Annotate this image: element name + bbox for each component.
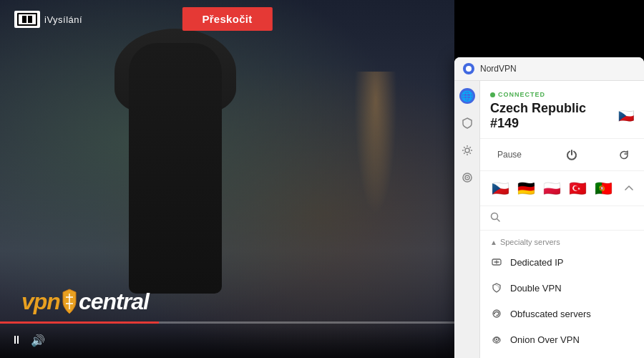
server-name-text: Czech Republic #149 (490, 101, 614, 131)
panel-titlebar: NordVPN (454, 57, 644, 81)
volume-button[interactable]: 🔊 (31, 334, 45, 347)
search-icon (490, 212, 500, 224)
double-vpn-item[interactable]: Double VPN (480, 275, 644, 301)
panel-body: 🌐 (454, 81, 644, 358)
flags-collapse-button[interactable] (624, 183, 634, 194)
server-flag: 🇨🇿 (618, 108, 634, 124)
svg-point-9 (492, 213, 498, 220)
sidebar-icon-shield[interactable] (459, 115, 475, 131)
onion-over-vpn-label: Onion Over VPN (510, 334, 580, 345)
ct-logo-icon (14, 11, 40, 28)
dedicated-ip-icon (490, 256, 503, 268)
flag-cz[interactable]: 🇨🇿 (490, 178, 510, 198)
svg-point-15 (496, 339, 497, 340)
panel-title: NordVPN (480, 64, 517, 74)
sidebar-icon-settings[interactable] (459, 142, 475, 158)
search-row[interactable] (480, 206, 644, 231)
connected-status: CONNECTED (498, 91, 545, 98)
flag-tr[interactable]: 🇹🇷 (567, 178, 587, 198)
sidebar: 🌐 (454, 81, 480, 358)
specialty-section-title: Specialty servers (500, 238, 560, 246)
obfuscated-servers-label: Obfuscated servers (510, 309, 591, 319)
video-controls: ⏸ 🔊 (0, 322, 454, 358)
recent-flags: 🇨🇿 🇩🇪 🇵🇱 🇹🇷 🇵🇹 (480, 171, 644, 206)
flag-de[interactable]: 🇩🇪 (516, 178, 536, 198)
central-text: central (79, 289, 149, 315)
dedicated-ip-label: Dedicated IP (510, 257, 563, 268)
nordvpn-logo-icon (463, 63, 474, 74)
nordvpn-panel: NordVPN 🌐 (454, 57, 644, 358)
refresh-button[interactable] (614, 145, 634, 165)
ct-logo-inner (17, 13, 37, 26)
skip-button[interactable]: Přeskočit (182, 7, 272, 31)
video-silhouette (107, 43, 250, 315)
section-chevron-icon: ▲ (490, 238, 497, 246)
onion-over-vpn-item[interactable]: Onion Over VPN (480, 326, 644, 352)
double-vpn-label: Double VPN (510, 283, 562, 294)
obfuscated-servers-item[interactable]: Obfuscated servers (480, 301, 644, 326)
svg-point-8 (467, 177, 468, 178)
dedicated-ip-item[interactable]: Dedicated IP (480, 249, 644, 275)
connected-section: CONNECTED Czech Republic #149 🇨🇿 (480, 81, 644, 138)
ivysilani-logo: iVysílání (14, 11, 82, 28)
svg-rect-1 (28, 16, 32, 23)
server-name: Czech Republic #149 🇨🇿 (490, 101, 634, 131)
sidebar-icon-target[interactable] (459, 170, 475, 185)
double-vpn-icon (490, 281, 503, 294)
vpn-shield-icon (62, 288, 77, 315)
vpn-text: vpn (21, 289, 60, 315)
connected-dot (490, 92, 495, 97)
svg-rect-0 (22, 16, 26, 23)
video-player: iVysílání Přeskočit vpn central ⏸ 🔊 (0, 0, 454, 358)
obfuscated-servers-icon (490, 307, 503, 320)
sidebar-icon-globe[interactable]: 🌐 (459, 88, 475, 104)
search-input[interactable] (504, 213, 634, 223)
ivysilani-text: iVysílání (44, 14, 82, 25)
vpncentral-watermark: vpn central (21, 288, 149, 315)
play-pause-button[interactable]: ⏸ (11, 334, 22, 347)
pause-button[interactable]: Pause (490, 147, 529, 163)
flag-pl[interactable]: 🇵🇱 (542, 178, 562, 198)
onion-over-vpn-icon (490, 333, 503, 346)
panel-content: CONNECTED Czech Republic #149 🇨🇿 Pause (480, 81, 644, 358)
p2p-item[interactable]: P2P (480, 352, 644, 358)
flag-pt[interactable]: 🇵🇹 (593, 178, 613, 198)
svg-point-5 (465, 148, 469, 153)
background-glow (354, 72, 397, 215)
svg-point-12 (494, 313, 495, 314)
connected-label: CONNECTED (490, 91, 634, 98)
power-button[interactable] (562, 145, 582, 165)
specialty-servers-header: ▲ Specialty servers (480, 231, 644, 249)
action-row: Pause (480, 138, 644, 171)
